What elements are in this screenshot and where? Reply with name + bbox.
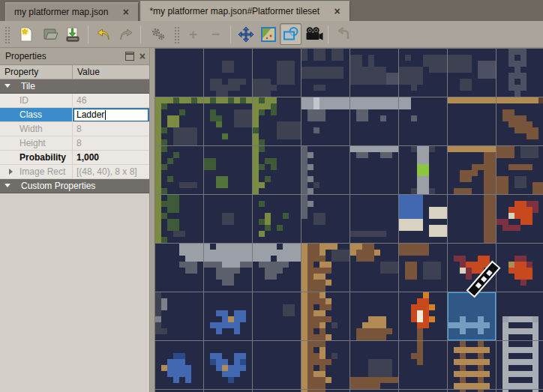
tile-collision-editor-button[interactable] bbox=[280, 23, 302, 45]
property-value: 46 bbox=[73, 94, 149, 107]
property-name: Height bbox=[0, 136, 73, 150]
undo-button[interactable] bbox=[92, 23, 114, 45]
properties-panel: Properties × Property Value Tile ID 46 C… bbox=[0, 48, 150, 392]
properties-column-headers: Property Value bbox=[0, 65, 149, 79]
column-header-property: Property bbox=[0, 65, 73, 79]
property-name: Width bbox=[0, 122, 73, 136]
toolbar-separator bbox=[88, 25, 88, 43]
new-map-button[interactable] bbox=[13, 23, 39, 45]
add-tiles-icon: + bbox=[189, 27, 197, 41]
film-frame bbox=[480, 276, 486, 282]
property-row-height[interactable]: Height 8 bbox=[0, 136, 149, 151]
toolbar-separator bbox=[328, 25, 328, 43]
tab-label: *my platformer map.json#Platformer tiles… bbox=[149, 6, 320, 16]
add-tiles-button[interactable]: + bbox=[182, 23, 204, 45]
class-value-input[interactable]: Ladder bbox=[74, 109, 148, 121]
save-file-button[interactable] bbox=[62, 23, 84, 45]
tab-map-file[interactable]: my platformer map.json × bbox=[5, 2, 139, 21]
remove-tiles-icon: − bbox=[212, 27, 220, 41]
property-row-probability[interactable]: Probability 1,000 bbox=[0, 151, 149, 165]
property-value: Ladder bbox=[73, 108, 149, 121]
properties-titlebar[interactable]: Properties × bbox=[0, 48, 149, 65]
property-name: Class bbox=[0, 108, 73, 121]
tile-animation-editor-button[interactable] bbox=[302, 23, 324, 45]
undo-icon bbox=[95, 26, 112, 43]
properties-empty-area bbox=[0, 193, 149, 392]
tab-label: my platformer map.json bbox=[14, 7, 108, 17]
property-value: 8 bbox=[73, 122, 149, 136]
toolbar-separator bbox=[140, 25, 141, 43]
property-row-class[interactable]: Class Ladder bbox=[0, 108, 149, 122]
save-file-icon bbox=[64, 25, 82, 43]
text-caret bbox=[105, 110, 106, 120]
properties-title: Properties bbox=[5, 51, 125, 61]
tiled-window: { "tabs": [ { "label": "my platformer ma… bbox=[0, 0, 543, 392]
collapse-triangle-icon[interactable] bbox=[4, 84, 10, 88]
property-name: ID bbox=[0, 94, 73, 107]
tileset-canvas[interactable] bbox=[155, 48, 543, 392]
main-toolbar: + − bbox=[0, 21, 543, 48]
property-group-custom-properties[interactable]: Custom Properties bbox=[0, 179, 149, 193]
rearrange-arrow-icon bbox=[334, 25, 352, 43]
terrain-sets-icon bbox=[260, 25, 278, 43]
tile-animation-editor-icon bbox=[304, 25, 323, 43]
film-frame bbox=[475, 283, 481, 289]
close-icon[interactable]: × bbox=[140, 51, 146, 61]
tab-bar: my platformer map.json × *my platformer … bbox=[0, 0, 543, 21]
property-value: 1,000 bbox=[73, 151, 149, 164]
new-map-icon bbox=[17, 25, 35, 43]
tab-close-icon[interactable]: × bbox=[332, 6, 343, 17]
redo-icon bbox=[118, 26, 134, 43]
commands-gears-icon bbox=[149, 25, 167, 43]
toolbar-separator bbox=[230, 25, 231, 43]
toolbar-grip[interactable] bbox=[4, 25, 10, 43]
group-label: Custom Properties bbox=[0, 179, 95, 193]
property-name: Image Rect bbox=[0, 165, 73, 178]
open-file-icon bbox=[42, 25, 60, 43]
open-file-button[interactable] bbox=[40, 23, 62, 45]
tile-collision-editor-icon bbox=[282, 25, 300, 43]
property-value: 8 bbox=[73, 136, 149, 150]
expand-triangle-icon[interactable] bbox=[9, 169, 13, 175]
tab-tileset-file[interactable]: *my platformer map.json#Platformer tiles… bbox=[140, 1, 350, 21]
move-tiles-icon bbox=[238, 26, 254, 43]
toolbar-grip[interactable] bbox=[173, 25, 180, 43]
selected-tile-overlay bbox=[448, 292, 496, 340]
property-row-image-rect[interactable]: Image Rect [(48, 40), 8 x 8] bbox=[0, 165, 149, 179]
class-input-text: Ladder bbox=[76, 109, 104, 120]
property-row-id[interactable]: ID 46 bbox=[0, 94, 149, 108]
column-header-value: Value bbox=[73, 65, 149, 79]
tileset-view[interactable] bbox=[155, 48, 543, 392]
rearrange-tiles-button[interactable] bbox=[332, 23, 354, 45]
property-row-width[interactable]: Width 8 bbox=[0, 122, 149, 136]
property-name: Probability bbox=[0, 151, 73, 164]
move-tiles-button[interactable] bbox=[235, 23, 256, 45]
redo-button[interactable] bbox=[115, 23, 136, 45]
property-value: [(48, 40), 8 x 8] bbox=[73, 165, 149, 178]
collapse-triangle-icon[interactable] bbox=[4, 184, 10, 187]
remove-tiles-button[interactable]: − bbox=[205, 23, 226, 45]
commands-button[interactable] bbox=[145, 23, 171, 45]
terrain-sets-button[interactable] bbox=[257, 23, 279, 45]
film-frame bbox=[485, 270, 491, 276]
property-group-tile[interactable]: Tile bbox=[0, 79, 149, 94]
float-window-icon[interactable] bbox=[125, 52, 134, 61]
tab-close-icon[interactable]: × bbox=[120, 7, 131, 18]
